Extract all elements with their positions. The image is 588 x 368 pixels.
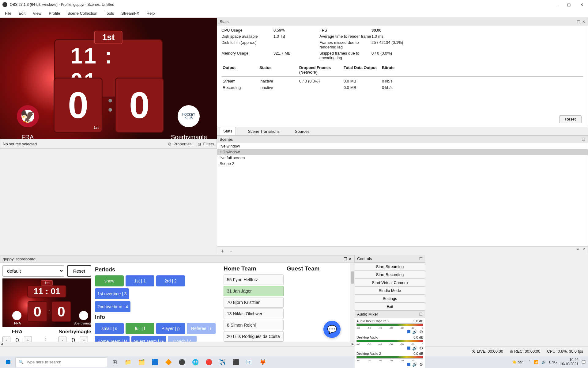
player-item[interactable]: 55 Fynn Hellfritz <box>224 274 284 285</box>
remove-scene-button[interactable]: － <box>228 247 234 255</box>
periods-show[interactable]: show <box>95 275 124 286</box>
scene-item[interactable]: HD window <box>217 149 588 155</box>
close-icon[interactable]: ✕ <box>349 257 352 261</box>
move-up-button[interactable]: ˄ <box>577 247 579 254</box>
notifications-icon[interactable]: 💬 <box>582 360 586 364</box>
info-guest-team[interactable]: Guest Team | G <box>131 336 166 342</box>
tab-sources[interactable]: Sources <box>292 128 313 135</box>
app-icon-2[interactable]: ⬛ <box>230 357 242 367</box>
info-player[interactable]: Player | p <box>156 323 185 334</box>
file-explorer-icon[interactable]: 🗂️ <box>135 357 148 367</box>
minimize-button[interactable]: — <box>552 2 560 7</box>
mute-toggle[interactable] <box>407 330 410 333</box>
player-item[interactable]: 31 Jan Jäger <box>224 286 284 296</box>
taskbar-search[interactable]: 🔍Type here to search <box>15 357 107 367</box>
stats-reset-button[interactable]: Reset <box>559 115 582 123</box>
start-button[interactable] <box>2 357 14 367</box>
weather-widget[interactable]: ☀️ 55°F <box>512 360 526 364</box>
vertical-scrollbar[interactable] <box>350 263 355 342</box>
move-down-button[interactable]: ˅ <box>582 247 585 254</box>
periods-1st[interactable]: 1st | 1 <box>126 275 154 286</box>
outlook-icon[interactable]: 📧 <box>243 357 255 367</box>
edge-icon[interactable]: 🌐 <box>189 357 202 367</box>
mute-toggle[interactable] <box>407 347 410 350</box>
player-item[interactable]: 70 Björn Kristzian <box>224 297 284 308</box>
player-item[interactable]: 13 Niklas Olichwer <box>224 309 284 319</box>
settings-button[interactable]: Settings <box>355 295 425 303</box>
menu-edit[interactable]: Edit <box>16 10 28 17</box>
vlc-icon[interactable]: 🔶 <box>162 357 175 367</box>
close-button[interactable]: ✕ <box>578 2 586 7</box>
gear-icon[interactable]: ⚙ <box>419 329 423 334</box>
info-home-team[interactable]: Home Team | H <box>95 336 130 342</box>
info-full[interactable]: full | f <box>126 323 154 334</box>
taskbar-clock[interactable]: 10:46 10/10/2021 <box>560 358 579 366</box>
volume-icon[interactable]: 🔊 <box>541 360 546 364</box>
menu-file[interactable]: File <box>2 10 14 17</box>
guppyi-reset-button[interactable]: Reset <box>67 265 91 277</box>
popout-icon[interactable]: ❐ <box>419 257 423 261</box>
info-referee[interactable]: Referee | r <box>187 323 216 334</box>
chat-bubble-icon[interactable]: 💬 <box>323 321 341 338</box>
home-score-plus[interactable]: + <box>24 336 32 342</box>
horizontal-scrollbar[interactable] <box>0 342 355 347</box>
speaker-icon[interactable]: 🔊 <box>412 329 417 334</box>
popout-icon[interactable]: ❐ <box>582 137 585 142</box>
preview-area[interactable]: 11 : 01 1st 0 1st •• 0 🦅 HOCKEYKLUB FRA … <box>0 18 217 139</box>
start-virtual-camera-button[interactable]: Start Virtual Camera <box>355 279 425 287</box>
gear-icon[interactable]: ⚙ <box>419 362 423 367</box>
task-view-icon[interactable]: ⊞ <box>108 357 121 367</box>
firefox-icon[interactable]: 🦊 <box>257 357 269 367</box>
periods-2nd[interactable]: 2rd | 2 <box>156 275 185 286</box>
speaker-icon[interactable]: 🔊 <box>412 346 417 351</box>
exit-button[interactable]: Exit <box>355 303 425 311</box>
filters-button[interactable]: Filters <box>198 142 214 146</box>
player-item[interactable]: 8 Simon Reichl <box>224 320 284 330</box>
scene-item[interactable]: Scene 2 <box>217 161 588 167</box>
info-small[interactable]: small | s <box>95 323 124 334</box>
maximize-button[interactable]: ◻ <box>565 2 573 7</box>
menu-help[interactable]: Help <box>144 10 158 17</box>
menu-scene-collection[interactable]: Scene Collection <box>64 10 100 17</box>
periods-ot1[interactable]: 1st overtime | 3 <box>95 288 129 299</box>
start-streaming-button[interactable]: Start Streaming <box>355 263 425 271</box>
tab-stats[interactable]: Stats <box>220 127 236 135</box>
app-icon[interactable]: 🟦 <box>149 357 161 367</box>
speaker-icon[interactable]: 🔊 <box>412 362 417 367</box>
studio-mode-button[interactable]: Studio Mode <box>355 287 425 295</box>
start-recording-button[interactable]: Start Recording <box>355 271 425 279</box>
player-item[interactable]: 20 Luis Rodrigues da Costa <box>224 331 284 342</box>
guest-score-plus[interactable]: + <box>80 336 88 342</box>
obs-icon[interactable]: ⚫ <box>176 357 188 367</box>
properties-button[interactable]: Properties <box>168 142 191 146</box>
popout-icon[interactable]: ❐ <box>577 20 580 24</box>
wifi-icon[interactable]: 📶 <box>534 360 538 364</box>
scene-item[interactable]: live window <box>217 143 588 149</box>
popout-icon[interactable]: ❐ <box>419 312 423 316</box>
close-icon[interactable]: ✕ <box>582 20 585 24</box>
info-coach[interactable]: Coach | c <box>168 336 197 342</box>
language-indicator[interactable]: ENG <box>549 360 557 364</box>
periods-ot2[interactable]: 2nd overtime | 4 <box>95 301 130 312</box>
scenes-list[interactable]: live window HD window live full screen S… <box>217 143 588 246</box>
menu-view[interactable]: View <box>30 10 44 17</box>
mute-toggle[interactable] <box>407 363 410 366</box>
chrome-icon[interactable]: 🔴 <box>203 357 215 367</box>
telegram-icon[interactable]: ✈️ <box>216 357 228 367</box>
guest-score-minus[interactable]: - <box>58 336 66 342</box>
explorer-icon[interactable]: 📁 <box>122 357 134 367</box>
gear-icon[interactable]: ⚙ <box>419 346 423 351</box>
menu-tools[interactable]: Tools <box>102 10 117 17</box>
preset-select[interactable]: default <box>2 265 64 277</box>
guppyi-col-teams: Home Team 55 Fynn Hellfritz 31 Jan Jäger… <box>221 263 350 342</box>
home-score-minus[interactable]: - <box>2 336 10 342</box>
tab-scene-transitions[interactable]: Scene Transitions <box>245 128 283 135</box>
popout-icon[interactable]: ❐ <box>344 257 347 261</box>
guest-team-label: Soerbymagle <box>58 329 91 335</box>
menu-streamfx[interactable]: StreamFX <box>118 10 142 17</box>
add-scene-button[interactable]: ＋ <box>220 247 225 255</box>
stats-title: Stats <box>220 19 229 24</box>
tray-chevron-icon[interactable]: ˄ <box>529 360 531 364</box>
scene-item[interactable]: live full screen <box>217 155 588 161</box>
menu-profile[interactable]: Profile <box>46 10 63 17</box>
